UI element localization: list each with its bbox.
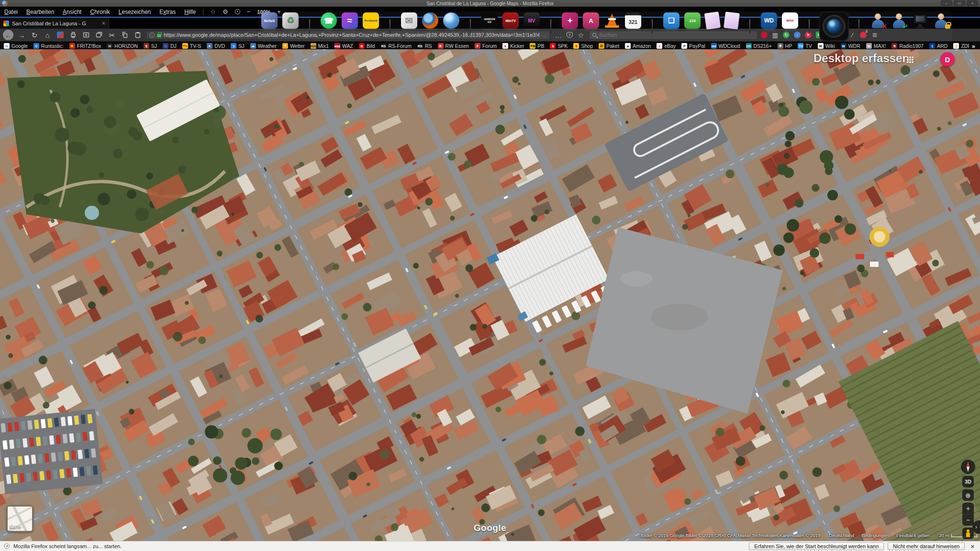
menu-extras[interactable]: Extras	[155, 7, 180, 17]
bookmark-wetter[interactable]: ☀Wetter	[280, 43, 307, 49]
bookmark-dj[interactable]: DDJ	[161, 43, 178, 49]
vlc-dock-icon[interactable]	[604, 12, 620, 29]
copy-button[interactable]	[120, 30, 130, 40]
bookmark-shop[interactable]: SShop	[571, 43, 595, 49]
addons-icon[interactable]: ⚙	[223, 9, 228, 15]
map-type-inset[interactable]: Karte	[7, 506, 33, 532]
history-icon[interactable]	[235, 9, 240, 14]
bookmark-rs[interactable]: RSRS	[415, 43, 434, 49]
menu-datei[interactable]: Datei	[0, 7, 22, 17]
my-location-button[interactable]: ◎	[962, 489, 974, 501]
bookmark-tv-s[interactable]: TVTV-S	[180, 43, 203, 49]
home-button[interactable]: ⌂	[43, 30, 52, 40]
webcam-lens-dock-icon[interactable]	[820, 12, 848, 40]
restore-button[interactable]: ▭	[954, 0, 965, 6]
app-shortcut-icon[interactable]	[56, 30, 65, 40]
bookmark-wiki[interactable]: WWiki	[816, 43, 837, 49]
map-zoom-out-button[interactable]: −	[962, 514, 974, 526]
user-logout-dock-icon[interactable]: ✕	[870, 12, 886, 29]
whatsapp-dock-icon[interactable]: ☎	[321, 12, 337, 29]
bookmark-waz[interactable]: wazWAZ	[333, 43, 355, 49]
attribution-link-feedback-geben[interactable]: Feedback geben	[896, 533, 930, 538]
google-apps-grid-icon[interactable]	[907, 56, 914, 64]
user-lock-dock-icon[interactable]	[933, 12, 949, 29]
mail-dock-icon[interactable]: ✉	[401, 12, 417, 29]
bookmark-paypal[interactable]: PPayPal	[679, 43, 707, 49]
tilt-3d-button[interactable]: 3D	[962, 476, 974, 487]
bookmark-ds216-[interactable]: DSDS216+	[744, 43, 774, 49]
access-dock-icon[interactable]: A	[583, 12, 599, 29]
bookmark-hp[interactable]: ⊕HP	[776, 43, 794, 49]
maxi-dock-icon[interactable]: MAXI	[782, 12, 798, 29]
bookmark-radio1907[interactable]: RRadio1907	[890, 43, 925, 49]
paste-button[interactable]	[133, 30, 143, 40]
satellite-map[interactable]	[0, 49, 980, 541]
print-button[interactable]	[68, 30, 78, 40]
zoom-out-button[interactable]: −	[247, 9, 251, 15]
map-viewport[interactable]: Desktop erfassen D Karte Google Bilder ©…	[0, 49, 980, 541]
library-icon[interactable]: ☆	[210, 9, 216, 15]
wd-dock-icon[interactable]: WD	[761, 12, 777, 29]
back-button[interactable]: ←	[3, 30, 13, 40]
cut-button[interactable]: ✂	[107, 30, 117, 40]
menu-bearbeiten[interactable]: Bearbeiten	[22, 7, 58, 17]
photo-key-dock-icon[interactable]: ✦	[562, 12, 578, 29]
wintv-dock-icon[interactable]: WinTV	[502, 12, 519, 29]
tab-close-icon[interactable]: ×	[102, 20, 105, 27]
attribution-link-deutschland[interactable]: Deutschland	[829, 533, 854, 538]
attribution-link-bedingungen[interactable]: Bedingungen	[862, 533, 889, 538]
mv-clapper-dock-icon[interactable]: MV	[523, 12, 540, 29]
bookmark-bild[interactable]: BBild	[357, 43, 377, 49]
dismiss-button[interactable]: Nicht mehr darauf hinweisen	[888, 542, 965, 550]
user-switch-dock-icon[interactable]: ↵	[891, 12, 907, 29]
bookmark-mix1[interactable]: mixMix1	[309, 43, 331, 49]
notification-close-icon[interactable]: ×	[969, 543, 976, 550]
bookmark-runtastic-[interactable]: ◇Runtastic:	[32, 43, 66, 49]
display-dock-icon[interactable]	[912, 12, 928, 29]
bookmark-forum[interactable]: FForum	[473, 43, 499, 49]
bookmark-tv[interactable]: TVTV	[796, 43, 813, 49]
firefox-dock-icon[interactable]	[422, 12, 438, 29]
purple-page-dock-icon[interactable]	[704, 11, 721, 30]
menu-lesezeichen[interactable]: Lesezeichen	[114, 7, 155, 17]
bookmark-max-[interactable]: MMAX!	[864, 43, 888, 49]
bookmark-kicker[interactable]: kKicker	[501, 43, 526, 49]
bookmark-rs-forum[interactable]: RSRS-Forum	[379, 43, 413, 49]
bookmark-spk[interactable]: SSPK	[548, 43, 569, 49]
bookmark-ard[interactable]: 1ARD	[927, 43, 949, 49]
bookmark-sj[interactable]: SSJ	[229, 43, 246, 49]
numbers-dock-icon[interactable]: 123	[684, 12, 701, 29]
new-window-button[interactable]	[94, 30, 104, 40]
bookmark-ebay[interactable]: eeBay	[655, 43, 678, 49]
browser-sphere-icon[interactable]	[443, 12, 459, 29]
pegman-button[interactable]	[962, 528, 974, 539]
bookmark-google[interactable]: GGoogle	[2, 43, 30, 49]
minimize-button[interactable]: –	[941, 0, 952, 6]
bookmarks-overflow-chevron[interactable]: »	[969, 43, 978, 50]
new-tab-button[interactable]	[81, 30, 91, 40]
close-button[interactable]: ×	[967, 0, 978, 6]
bookmark-weather[interactable]: ☁Weather	[248, 43, 279, 49]
forward-button[interactable]: →	[17, 30, 26, 40]
menu-hilfe[interactable]: Hilfe	[180, 7, 200, 17]
recycle-bin-icon[interactable]: ♻	[282, 12, 299, 29]
menu-ansicht[interactable]: Ansicht	[58, 7, 86, 17]
horizon-go-dock-icon[interactable]: HORIZONGO	[481, 12, 498, 29]
menu-chronik[interactable]: Chronik	[86, 7, 114, 17]
bookmark-pb[interactable]: PBPB	[528, 43, 546, 49]
bookmark-paket[interactable]: ▣Paket	[597, 43, 621, 49]
bookmark-fritz-box[interactable]: ◆FRITZ!Box	[67, 43, 103, 49]
postbank-dock-icon[interactable]: Postbank	[363, 12, 379, 29]
k321-dock-icon[interactable]: 321	[625, 12, 641, 29]
bookmark-amazon[interactable]: aAmazon	[623, 43, 653, 49]
account-avatar[interactable]: D	[940, 52, 955, 66]
bookmark-zdf[interactable]: ZZDF	[951, 43, 969, 49]
unitymedia-dock-icon[interactable]: ≈	[342, 12, 358, 29]
page-info-icon[interactable]: i	[149, 33, 155, 38]
tab-san-cristobal[interactable]: San Cristóbal de La Laguna - G ×	[0, 18, 109, 29]
copy-tool-dock-icon[interactable]: ❏	[663, 12, 679, 29]
reload-button[interactable]: ↻	[30, 30, 39, 40]
learn-more-button[interactable]: Erfahren Sie, wie der Start beschleunigt…	[749, 542, 884, 550]
bookmark-dvd[interactable]: ▸DVD	[205, 43, 227, 49]
bookmark-wdr[interactable]: WWDR	[839, 43, 862, 49]
